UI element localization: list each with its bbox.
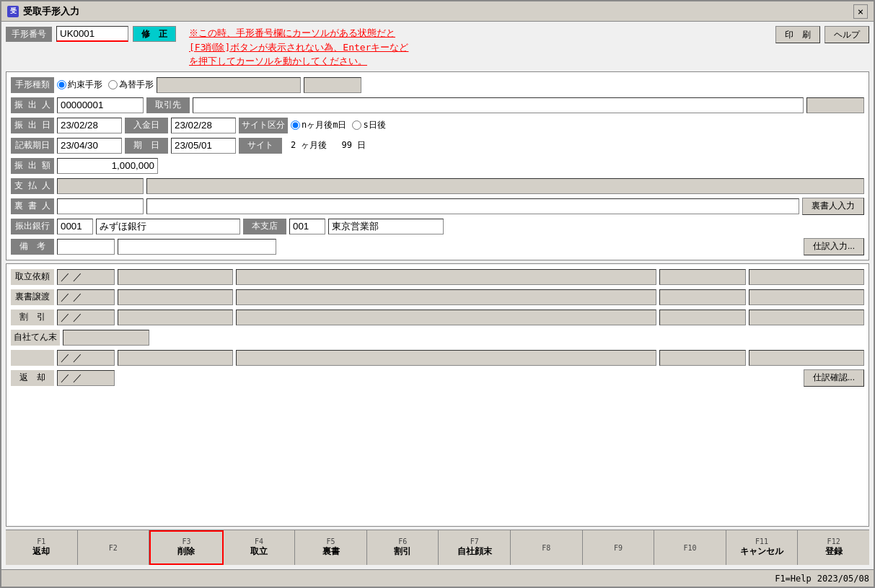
tegata-type-row: 手形種類 約束手形 為替手形 [11, 76, 864, 94]
shiten-name-input[interactable] [328, 219, 444, 234]
fkey-f12-top: F12 [827, 537, 840, 545]
date-status: 2023/05/08 [817, 574, 869, 584]
radio-nkagetsugom-label: nヶ月後m日 [302, 119, 346, 131]
blank-field4 [749, 350, 864, 366]
blank-date[interactable] [57, 350, 115, 366]
kisaibi-row: 記載期日 期 日 サイト 2 ヶ月後 99 日 [11, 137, 864, 154]
waribiki-field1 [118, 310, 233, 325]
ginko-code-input[interactable] [57, 219, 93, 234]
waribiki-field3 [659, 310, 746, 325]
nyukinbi-label: 入金日 [125, 118, 168, 133]
uragakijoto-field4 [749, 289, 864, 305]
henkyaku-date[interactable] [57, 370, 115, 386]
honshiten-label: 本支店 [243, 219, 286, 234]
blank-field3 [659, 350, 746, 366]
furidashinin-input[interactable] [57, 97, 144, 113]
kisaibi-input[interactable] [57, 138, 122, 154]
uragakinin-button[interactable]: 裏書人入力 [802, 198, 864, 215]
blank-field2 [236, 350, 656, 366]
lower-section: 取立依頼 裏書譲渡 割 引 [6, 263, 869, 527]
fkey-f5[interactable]: F5 裏書 [295, 530, 367, 565]
torihikisaki-label: 取引先 [146, 97, 190, 113]
fkey-f7[interactable]: F7 自社顔末 [439, 530, 511, 565]
furidashihi-input[interactable] [57, 118, 122, 133]
uragakinin-input1[interactable] [57, 198, 144, 214]
fkey-f6[interactable]: F6 割引 [367, 530, 439, 565]
torihikisaki-input[interactable] [193, 97, 804, 113]
uragakijoto-field2 [236, 289, 656, 305]
title-bar-left: 受 受取手形入力 [7, 5, 79, 18]
radio-snichigo[interactable]: s日後 [352, 119, 385, 131]
ginko-name-input[interactable] [96, 219, 240, 234]
fkey-f12[interactable]: F12 登録 [798, 530, 869, 565]
furidashinin-label: 振 出 人 [11, 97, 54, 113]
fkey-f8[interactable]: F8 [511, 530, 583, 565]
sight-radio-group: nヶ月後m日 s日後 [291, 119, 386, 131]
annotation-line3: を押下してカーソルを動かしてください。 [189, 54, 770, 69]
tegata-number-input[interactable] [56, 26, 128, 42]
uragakijoto-field3 [659, 289, 746, 305]
furidashigaku-label: 振 出 額 [11, 158, 54, 174]
sight-value1: 2 ヶ月後 [285, 138, 333, 153]
fkey-f7-top: F7 [470, 537, 479, 545]
radio-kawase-input[interactable] [108, 80, 118, 89]
fkey-f10-top: F10 [683, 544, 696, 552]
radio-yakusoku[interactable]: 約束手形 [57, 79, 102, 91]
fkey-f3-bottom: 削除 [177, 545, 195, 558]
toritate-date[interactable] [57, 269, 115, 285]
uragakinin-row: 裏 書 人 裏書人入力 [11, 198, 864, 215]
uragakinin-input2[interactable] [146, 198, 799, 214]
help-button[interactable]: ヘルプ [825, 26, 869, 43]
tegata-type-radio-group: 約束手形 為替手形 [57, 79, 154, 91]
fkey-f2[interactable]: F2 [78, 530, 150, 565]
shiharainин-label: 支 払 人 [11, 178, 54, 194]
shiten-code-input[interactable] [289, 219, 325, 234]
furidashiginko-row: 振出銀行 本支店 [11, 218, 864, 235]
kigenbi-input[interactable] [171, 138, 236, 154]
uragakijoto-date[interactable] [57, 289, 115, 305]
shiwake-kakunin-button[interactable]: 仕訳確認... [804, 369, 864, 387]
radio-snichigo-input[interactable] [352, 120, 361, 130]
fkey-f1-bottom: 返却 [32, 545, 50, 558]
close-button[interactable]: × [853, 4, 868, 19]
uragakijoto-field1 [118, 289, 233, 305]
annotation-line2: [F3削除]ボタンが表示されない為、Enterキーなど [189, 40, 770, 55]
henkyaku-row: 返 却 仕訳確認... [11, 369, 864, 387]
nyukinbi-input[interactable] [171, 118, 236, 133]
blank-row [11, 349, 864, 367]
fkey-f3-top: F3 [182, 537, 190, 545]
shiwake-button[interactable]: 仕訳入力... [804, 238, 864, 255]
app-icon: 受 [7, 6, 19, 17]
fkey-f11[interactable]: F11 キャンセル [726, 530, 799, 565]
radio-nkagetsugom-input[interactable] [291, 120, 300, 130]
radio-yakusoku-input[interactable] [57, 80, 66, 89]
fkey-f12-bottom: 登録 [825, 545, 843, 558]
waribiki-field4 [749, 310, 864, 325]
radio-kawase-label: 為替手形 [119, 79, 154, 91]
jisha-field1 [63, 330, 149, 346]
radio-kawase[interactable]: 為替手形 [108, 79, 154, 91]
upper-form: 手形種類 約束手形 為替手形 振 出 [6, 71, 869, 260]
biko-input2[interactable] [118, 239, 276, 255]
fkey-f10[interactable]: F10 [654, 530, 726, 565]
fkey-f4[interactable]: F4 取立 [224, 530, 296, 565]
fkey-f4-bottom: 取立 [250, 545, 268, 558]
fkey-f5-bottom: 裏書 [322, 545, 340, 558]
sight-kubun-label: サイト区分 [239, 118, 288, 133]
fkey-f3[interactable]: F3 削除 [149, 530, 224, 565]
furidashigaku-input[interactable] [57, 158, 158, 174]
biko-input1[interactable] [57, 239, 115, 255]
fkey-f1[interactable]: F1 返却 [6, 530, 78, 565]
toritate-row: 取立依頼 [11, 268, 864, 286]
print-button[interactable]: 印 刷 [775, 26, 820, 43]
fkey-f9[interactable]: F9 [583, 530, 655, 565]
furidashigaku-row: 振 出 額 [11, 157, 864, 175]
annotation-line1: ※この時、手形番号欄にカーソルがある状態だと [189, 26, 770, 40]
help-status: F1=Help [775, 574, 812, 584]
jisha-row: 自社てん末 [11, 329, 864, 346]
biko-label: 備 考 [11, 239, 54, 255]
shiharainin-input1 [57, 178, 144, 194]
status-badge: 修 正 [133, 26, 176, 42]
waribiki-date[interactable] [57, 310, 115, 325]
radio-nkagetsugom[interactable]: nヶ月後m日 [291, 119, 346, 131]
